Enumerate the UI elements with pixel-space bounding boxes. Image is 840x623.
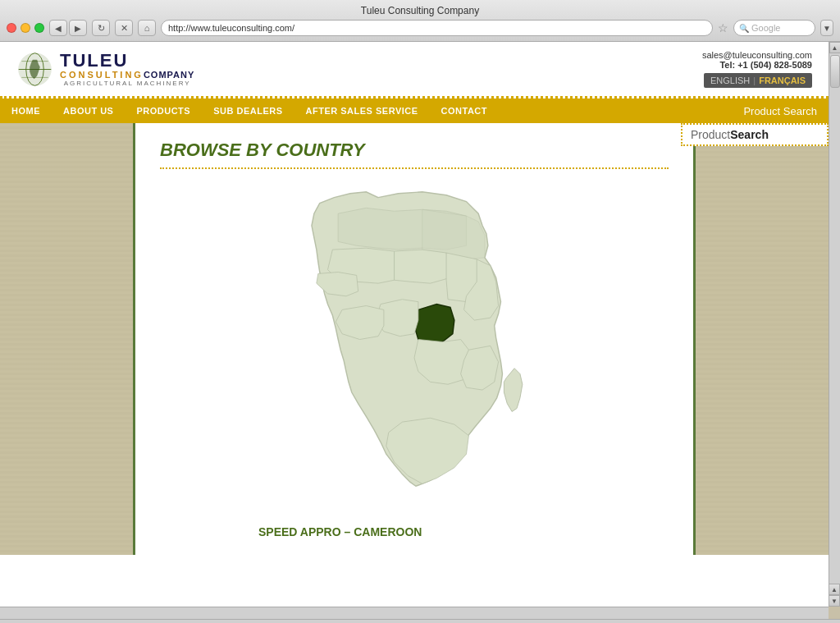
search-placeholder: Google xyxy=(751,23,780,33)
browse-title: BROWSE BY COUNTRY xyxy=(160,140,669,161)
nav-products[interactable]: PRODUCTS xyxy=(125,98,202,123)
status-bar: Done xyxy=(0,619,840,623)
browser-chrome: Tuleu Consulting Company ◀ ▶ ↻ ✕ ⌂ http:… xyxy=(0,0,840,42)
lang-french[interactable]: FRANÇAIS xyxy=(759,76,806,85)
map-container: SPEED APPRO – CAMEROON xyxy=(160,186,669,538)
section-divider xyxy=(160,167,669,169)
content-layout: BROWSE BY COUNTRY xyxy=(0,123,829,555)
maximize-window-button[interactable] xyxy=(34,23,44,33)
stop-button[interactable]: ✕ xyxy=(115,20,133,36)
site-header: TULEU CONSULTING COMPANY AGRICULTURAL MA… xyxy=(0,42,829,98)
scroll-down-arrow-2[interactable]: ▼ xyxy=(829,595,840,607)
logo-sub-text: AGRICULTURAL MACHINERY xyxy=(60,80,194,87)
center-content: BROWSE BY COUNTRY xyxy=(135,123,693,555)
close-window-button[interactable] xyxy=(7,23,16,33)
zoom-button[interactable]: ▼ xyxy=(820,20,833,36)
browser-window: TULEU CONSULTING COMPANY AGRICULTURAL MA… xyxy=(0,42,840,619)
contact-email: sales@tuleuconsulting.com xyxy=(702,50,812,60)
nav-contact[interactable]: CONTACT xyxy=(430,98,499,123)
browser-toolbar: ◀ ▶ ↻ ✕ ⌂ http://www.tuleuconsulting.com… xyxy=(7,20,833,41)
scrollbar-thumb[interactable] xyxy=(830,55,840,88)
africa-map-svg[interactable] xyxy=(258,186,570,530)
product-search-box[interactable]: Product Search xyxy=(681,123,829,146)
product-search-text-bold: Search xyxy=(730,128,769,141)
bookmark-button[interactable]: ☆ xyxy=(718,21,728,34)
product-search-nav-label: Product Search xyxy=(743,105,817,117)
scroll-down-arrows: ▲ ▼ xyxy=(829,584,840,607)
contact-phone: Tel: +1 (504) 828-5089 xyxy=(702,60,812,70)
logo-tuleu-text: TULEU xyxy=(60,52,128,70)
address-bar[interactable]: http://www.tuleuconsulting.com/ xyxy=(161,20,713,36)
logo-text: TULEU CONSULTING COMPANY AGRICULTURAL MA… xyxy=(16,51,194,88)
logo-consulting-text: CONSULTING xyxy=(60,70,144,80)
search-bar[interactable]: 🔍 Google xyxy=(733,20,815,36)
horizontal-scrollbar[interactable] xyxy=(0,607,829,619)
logo-name: TULEU CONSULTING COMPANY AGRICULTURAL MA… xyxy=(60,52,194,87)
home-button[interactable]: ⌂ xyxy=(138,20,156,36)
reload-button[interactable]: ↻ xyxy=(92,20,110,36)
browser-title: Tuleu Consulting Company xyxy=(7,5,833,20)
contact-area: sales@tuleuconsulting.com Tel: +1 (504) … xyxy=(702,50,812,88)
nav-subdealers[interactable]: SUB DEALERS xyxy=(202,98,294,123)
language-switcher: ENGLISH | FRANÇAIS xyxy=(704,73,812,88)
website-content: TULEU CONSULTING COMPANY AGRICULTURAL MA… xyxy=(0,42,829,619)
left-sidebar xyxy=(0,123,135,555)
right-sidebar xyxy=(693,123,829,555)
main-content: BROWSE BY COUNTRY xyxy=(0,123,829,555)
nav-about[interactable]: ABOUT US xyxy=(52,98,125,123)
scroll-up-arrow[interactable]: ▲ xyxy=(829,42,841,53)
forward-button[interactable]: ▶ xyxy=(69,20,87,36)
url-text: http://www.tuleuconsulting.com/ xyxy=(168,23,294,33)
nav-buttons: ◀ ▶ xyxy=(49,20,87,36)
logo-globe-icon xyxy=(16,51,53,88)
nav-home[interactable]: HOME xyxy=(0,98,52,123)
minimize-window-button[interactable] xyxy=(21,23,30,33)
site-navigation: HOME ABOUT US PRODUCTS SUB DEALERS AFTER… xyxy=(0,98,829,123)
lang-english[interactable]: ENGLISH xyxy=(710,76,750,85)
lang-separator: | xyxy=(753,76,756,85)
logo-area: TULEU CONSULTING COMPANY AGRICULTURAL MA… xyxy=(16,51,194,88)
product-search-text-normal: Product xyxy=(691,128,730,141)
traffic-lights xyxy=(7,23,44,33)
search-icon: 🔍 xyxy=(739,24,749,33)
scroll-down-arrow-1[interactable]: ▲ xyxy=(829,584,840,595)
vertical-scrollbar[interactable]: ▲ ▲ ▼ xyxy=(829,42,840,607)
back-button[interactable]: ◀ xyxy=(49,20,67,36)
nav-aftersales[interactable]: AFTER SALES SERVICE xyxy=(294,98,430,123)
logo-company-text: COMPANY xyxy=(144,70,194,80)
product-search-dropdown: Product Search xyxy=(732,98,829,123)
